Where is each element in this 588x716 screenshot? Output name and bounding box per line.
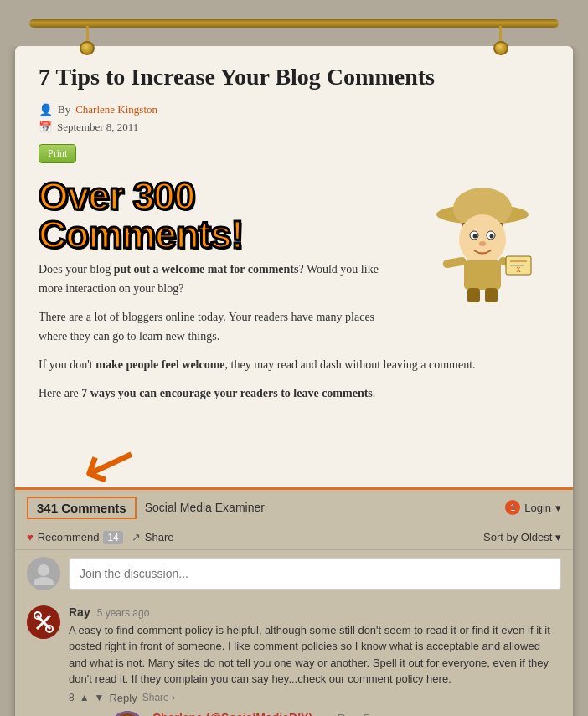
current-user-avatar [27, 557, 60, 590]
body-paragraph-4: Here are 7 ways you can encourage your r… [39, 384, 549, 403]
main-card: 7 Tips to Increase Your Blog Comments 👤 … [15, 46, 573, 716]
rope-left [80, 26, 95, 55]
svg-text:X: X [516, 266, 521, 274]
svg-point-20 [34, 577, 54, 585]
share-label[interactable]: Share [145, 531, 174, 543]
discussion-input[interactable] [69, 558, 561, 590]
upvote-button[interactable]: ▲ [80, 692, 90, 703]
login-label[interactable]: Login [524, 502, 551, 514]
recommend-button[interactable]: ♥ Recommend 14 [27, 531, 123, 544]
share-icon: ↗ [132, 531, 141, 543]
login-button[interactable]: 1 Login ▾ [505, 500, 561, 515]
sort-label[interactable]: Sort by Oldest [483, 531, 552, 543]
table-row: Ray 5 years ago A easy to find comment p… [27, 605, 561, 716]
arrow-section: ↙ [15, 429, 573, 487]
body-paragraph-2: There are a lot of bloggers online today… [39, 308, 549, 346]
branch-decoration [0, 0, 588, 46]
reply-to-name: Ray [338, 712, 357, 716]
page-wrapper: 7 Tips to Increase Your Blog Comments 👤 … [0, 0, 588, 716]
avatar-icon [32, 562, 55, 585]
comments-list: Ray 5 years ago A easy to find comment p… [15, 597, 573, 716]
comment-text: A easy to find comment policy is helpful… [69, 622, 561, 688]
downvote-button[interactable]: ▼ [95, 692, 105, 703]
commenter-avatar [27, 605, 60, 639]
join-discussion-section [15, 550, 573, 597]
by-label: By [58, 103, 70, 116]
reply-body: Charlene (@SocialMediaDIY) → Ray 5 years… [152, 711, 561, 716]
author-link[interactable]: Charlene Kingston [75, 103, 157, 116]
reply-button[interactable]: Reply [109, 692, 137, 704]
share-button[interactable]: ↗ Share [132, 531, 174, 543]
comment-body: Ray 5 years ago A easy to find comment p… [69, 605, 561, 716]
card-content: 7 Tips to Increase Your Blog Comments 👤 … [15, 46, 573, 429]
actions-bar: ♥ Recommend 14 ↗ Share Sort by Oldest ▾ [15, 526, 573, 550]
calendar-icon: 📅 [39, 121, 52, 134]
author-meta: 👤 By Charlene Kingston [39, 103, 549, 117]
svg-point-19 [38, 564, 49, 576]
reply-to-arrow: → [319, 712, 331, 716]
date-meta: 📅 September 8, 2011 [39, 121, 549, 134]
branch-line [29, 19, 559, 28]
print-button[interactable]: Print [39, 144, 549, 177]
reply-time: 5 years ago [364, 713, 416, 716]
recommend-count: 14 [103, 531, 122, 544]
reply-name: Charlene (@SocialMediaDIY) [152, 711, 312, 716]
print-label[interactable]: Print [39, 144, 76, 163]
overlay-text: Over 300 Comments! [39, 174, 243, 256]
reply-author-link[interactable]: Charlene (@SocialMediaDIY) [152, 711, 312, 716]
comment-time: 5 years ago [97, 607, 150, 619]
login-chevron: ▾ [555, 502, 561, 514]
overlay-banner: Over 300 Comments! [39, 177, 549, 255]
commenter-name: Ray [69, 605, 90, 619]
vote-count: 8 [69, 692, 75, 703]
comment-header: Ray 5 years ago [69, 605, 561, 619]
post-body: X Over 300 Comments! Does your blog put … [39, 177, 549, 404]
reply-avatar [111, 711, 144, 716]
reply-header: Charlene (@SocialMediaDIY) → Ray 5 years… [152, 711, 561, 716]
notification-badge: 1 [505, 500, 520, 515]
svg-rect-18 [485, 288, 498, 302]
user-icon: 👤 [39, 103, 53, 117]
heart-icon: ♥ [27, 531, 34, 543]
recommend-label[interactable]: Recommend [38, 531, 100, 543]
rope-right [493, 26, 508, 55]
table-row: Charlene (@SocialMediaDIY) → Ray 5 years… [111, 711, 561, 716]
comment-share-button[interactable]: Share › [142, 692, 175, 703]
svg-rect-10 [464, 260, 501, 290]
post-date: September 8, 2011 [57, 121, 138, 134]
svg-rect-17 [467, 288, 480, 302]
svg-rect-11 [442, 256, 467, 269]
body-paragraph-3: If you don't make people feel welcome, t… [39, 356, 549, 374]
post-title: 7 Tips to Increase Your Blog Comments [39, 63, 549, 91]
sort-chevron: ▾ [555, 531, 561, 543]
sort-button[interactable]: Sort by Oldest ▾ [483, 531, 561, 543]
comment-actions: 8 ▲ ▼ Reply Share › [69, 692, 561, 704]
nested-comment: Charlene (@SocialMediaDIY) → Ray 5 years… [111, 711, 561, 716]
platform-label: Social Media Examiner [145, 501, 265, 514]
